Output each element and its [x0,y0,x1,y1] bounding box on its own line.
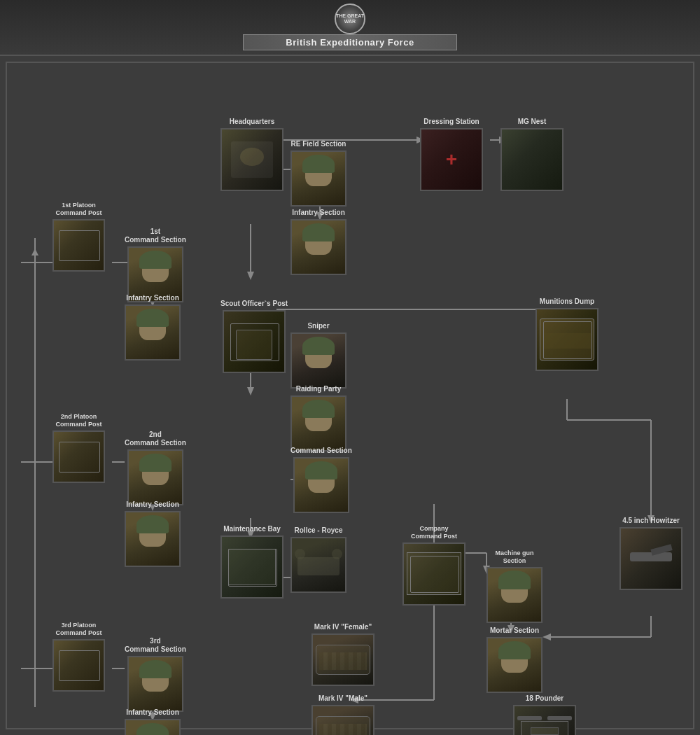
scout-officer-image [223,310,286,373]
sniper-image [290,332,346,388]
mark4-female-image [312,634,374,686]
page-title: British Expeditionary Force [286,37,414,48]
cmd2-image [127,449,183,505]
platoon3-cp-card[interactable]: 3rd PlatoonCommand Post [52,622,105,692]
mg-section-label: Machine gunSection [495,550,533,565]
maintenance-bay-image [220,536,284,598]
company-cp-image [402,542,465,606]
pounder18-image [513,705,576,735]
mark4-male-image [312,705,374,735]
mark4-male-label: Mark IV "Male" [318,694,368,703]
platoon1-cp-label: 1st PlatoonCommand Post [55,202,102,217]
pounder18-label: 18 Pounder [526,694,564,703]
platoon1-cp-card[interactable]: 1st PlatoonCommand Post [52,202,105,272]
cmd3-card[interactable]: 3rdCommand Section [125,637,186,712]
infantry2-image [125,511,181,567]
rolls-royce-card[interactable]: Rollce - Royce [290,526,346,593]
platoon2-cp-image [52,430,105,483]
platoon2-cp-label: 2nd PlatoonCommand Post [55,413,102,428]
command-section-mid-image [293,457,349,513]
header: THE GREAT WAR British Expeditionary Forc… [0,0,700,56]
mg-section-image [486,567,542,623]
maintenance-bay-label: Maintenance Bay [223,525,281,533]
sniper-card[interactable]: Sniper [290,322,346,388]
pounder18-card[interactable]: 18 Pounder [513,694,576,735]
infantry2-card[interactable]: Infantry Section [125,500,181,567]
mark4-male-card[interactable]: Mark IV "Male" [312,694,374,735]
munitions-dump-image [536,308,598,371]
rolls-royce-label: Rollce - Royce [295,526,343,535]
raiding-party-card[interactable]: Raiding Party [290,385,346,451]
mark4-female-label: Mark IV "Female" [314,623,372,631]
logo-text: THE GREAT WAR [336,13,364,24]
infantry1-card[interactable]: Infantry Section [125,294,181,360]
dressing-station-label: Dressing Station [424,118,479,126]
infantry-hq-image [290,219,346,275]
dressing-station-card[interactable]: Dressing Station [420,118,483,191]
howitzer-image [620,527,682,590]
infantry-hq-card[interactable]: Infantry Section [290,209,346,275]
maintenance-bay-card[interactable]: Maintenance Bay [220,525,284,598]
headquarters-label: Headquarters [230,118,274,126]
raiding-party-label: Raiding Party [296,385,341,393]
main-content: Headquarters RE Field Section Infantry S… [0,56,700,735]
mortar-section-card[interactable]: Mortar Section [486,626,542,693]
infantry-hq-label: Infantry Section [292,209,345,217]
logo: THE GREAT WAR [329,5,371,33]
cmd3-image [127,656,183,712]
scout-officer-label: Scout Officer`s Post [220,300,288,308]
cmd2-card[interactable]: 2ndCommand Section [125,430,186,505]
munitions-dump-label: Munitions Dump [540,298,594,306]
infantry3-label: Infantry Section [126,708,179,717]
command-section-mid-card[interactable]: Command Section [290,447,352,513]
mg-nest-label: MG Nest [518,118,547,126]
infantry3-card[interactable]: Infantry Section [125,708,181,735]
platoon3-cp-image [52,639,105,692]
cmd1-card[interactable]: 1stCommand Section [125,227,186,302]
platoon2-cp-card[interactable]: 2nd PlatoonCommand Post [52,413,105,483]
rolls-royce-image [290,537,346,593]
headquarters-image [220,128,284,191]
infantry1-image [125,304,181,360]
mortar-section-image [486,637,542,693]
title-bar: British Expeditionary Force [243,34,456,50]
infantry3-image [125,719,181,735]
platoon3-cp-label: 3rd PlatoonCommand Post [55,622,102,637]
raiding-party-image [290,396,346,451]
mark4-female-card[interactable]: Mark IV "Female" [312,623,374,686]
re-field-section-card[interactable]: RE Field Section [290,140,346,206]
cmd3-label: 3rdCommand Section [125,637,186,654]
howitzer-card[interactable]: 4.5 inch Howitzer [620,517,682,590]
infantry2-label: Infantry Section [126,500,179,509]
infantry1-label: Infantry Section [126,294,179,302]
sniper-label: Sniper [307,322,329,330]
re-field-image [290,150,346,206]
mortar-section-label: Mortar Section [490,626,539,635]
scout-officer-card[interactable]: Scout Officer`s Post [220,300,288,373]
mg-nest-image [500,128,564,191]
company-cp-label: CompanyCommand Post [411,525,457,540]
mg-nest-card[interactable]: MG Nest [500,118,564,191]
howitzer-label: 4.5 inch Howitzer [622,517,680,525]
command-section-mid-label: Command Section [290,447,352,455]
cmd1-label: 1stCommand Section [125,227,186,244]
cmd2-label: 2ndCommand Section [125,430,186,447]
headquarters-card[interactable]: Headquarters [220,118,284,191]
re-field-label: RE Field Section [291,140,346,148]
munitions-dump-card[interactable]: Munitions Dump [536,298,598,371]
company-cp-card[interactable]: CompanyCommand Post [402,525,465,606]
mg-section-card[interactable]: Machine gunSection [486,550,542,623]
platoon1-cp-image [52,219,105,272]
dressing-station-image [420,128,483,191]
